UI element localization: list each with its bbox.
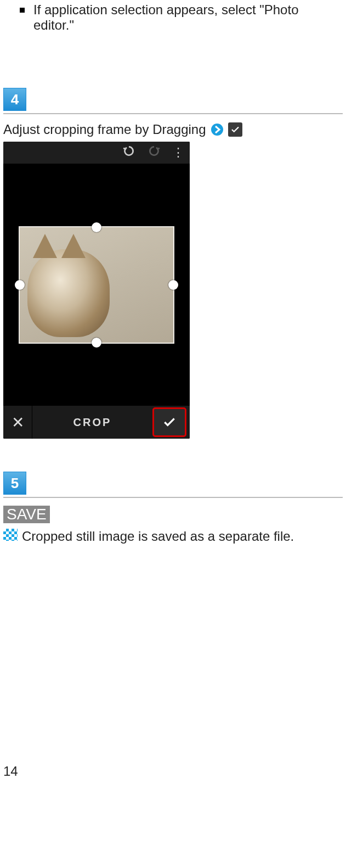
bullet-icon — [20, 8, 25, 13]
undo-icon[interactable] — [122, 144, 136, 161]
step-4-title-line: Adjust cropping frame by Dragging — [3, 122, 343, 137]
crop-handle-left[interactable] — [15, 280, 25, 290]
note-bullet: If application selection appears, select… — [3, 0, 343, 55]
photo-content — [27, 249, 110, 337]
confirm-crop-button[interactable] — [152, 407, 186, 437]
check-icon — [228, 122, 242, 137]
phone-canvas[interactable] — [3, 164, 190, 406]
step-4: 4 Adjust cropping frame by Dragging ⋮ — [3, 88, 343, 439]
crop-frame[interactable] — [19, 226, 174, 344]
page-number: 14 — [3, 764, 343, 779]
phone-toolbar: ⋮ — [3, 142, 190, 164]
redo-icon[interactable] — [147, 144, 161, 161]
crop-handle-top[interactable] — [92, 222, 101, 232]
step-number-badge: 5 — [3, 472, 26, 495]
save-button-label[interactable]: SAVE — [3, 506, 50, 523]
step-number-badge: 4 — [3, 88, 26, 111]
crop-handle-right[interactable] — [168, 280, 178, 290]
cancel-button[interactable]: ✕ — [3, 406, 32, 439]
step-5: 5 SAVE Cropped still image is saved as a… — [3, 472, 343, 544]
result-line: Cropped still image is saved as a separa… — [3, 529, 343, 544]
step-divider — [3, 497, 343, 498]
crop-handle-bottom[interactable] — [92, 338, 101, 348]
result-text: Cropped still image is saved as a separa… — [22, 529, 294, 544]
step-divider — [3, 113, 343, 114]
finish-flag-icon — [3, 529, 18, 541]
step-4-title: Adjust cropping frame by Dragging — [3, 122, 206, 137]
phone-screenshot: ⋮ ✕ CROP — [3, 142, 190, 439]
crop-label: CROP — [32, 416, 152, 429]
more-icon[interactable]: ⋮ — [172, 145, 184, 160]
step-5-body: SAVE Cropped still image is saved as a s… — [3, 506, 343, 544]
svg-point-0 — [211, 124, 223, 136]
arrow-right-icon — [211, 123, 224, 136]
step-number: 4 — [11, 91, 19, 108]
phone-bottom-bar: ✕ CROP — [3, 406, 190, 439]
note-text: If application selection appears, select… — [33, 2, 343, 33]
step-number: 5 — [11, 475, 19, 492]
